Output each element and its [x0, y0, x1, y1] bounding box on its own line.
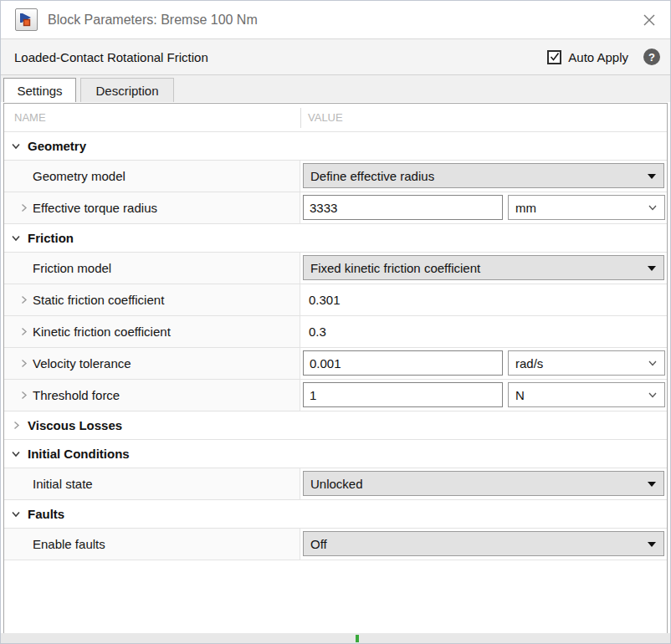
chevron-right-icon[interactable]	[18, 390, 29, 401]
param-value-cell: Unlocked	[300, 468, 667, 499]
chevron-down-icon	[648, 202, 658, 212]
friction-model-dropdown[interactable]: Fixed kinetic friction coefficient	[303, 255, 664, 280]
geometry-model-dropdown[interactable]: Define effective radius	[303, 163, 664, 188]
param-value-cell: Fixed kinetic friction coefficient	[300, 253, 667, 284]
kinetic-friction-coefficient-value[interactable]: 0.3	[300, 316, 667, 347]
param-name-cell: Geometry model	[4, 161, 300, 192]
chevron-right-icon[interactable]	[10, 420, 22, 432]
param-value-cell: 0.3	[300, 316, 667, 347]
unit-value: mm	[515, 201, 536, 215]
block-parameters-dialog: Block Parameters: Bremse 100 Nm Loaded-C…	[0, 0, 671, 644]
param-name-cell: Initial state	[4, 468, 300, 499]
chevron-down-icon[interactable]	[10, 448, 22, 460]
param-label: Effective torque radius	[33, 201, 157, 215]
title-bar: Block Parameters: Bremse 100 Nm	[1, 1, 670, 39]
param-value-cell: Define effective radius	[300, 161, 667, 192]
auto-apply-label: Auto Apply	[568, 50, 628, 64]
chevron-right-icon[interactable]	[18, 358, 29, 370]
column-header-value: VALUE	[300, 108, 343, 128]
chevron-right-icon[interactable]	[18, 202, 29, 214]
enable-faults-dropdown[interactable]: Off	[303, 531, 664, 556]
tab-description[interactable]: Description	[80, 78, 174, 102]
block-type-bar: Loaded-Contact Rotational Friction Auto …	[1, 39, 670, 75]
chevron-down-icon[interactable]	[10, 509, 22, 520]
dropdown-arrow-icon	[648, 266, 656, 271]
dropdown-value: Fixed kinetic friction coefficient	[310, 261, 480, 275]
auto-apply-control[interactable]: Auto Apply	[547, 50, 628, 64]
threshold-force-unit-dropdown[interactable]: N	[508, 382, 665, 407]
column-header-name: NAME	[4, 111, 300, 124]
auto-apply-checkbox[interactable]	[547, 50, 561, 64]
effective-torque-radius-unit-dropdown[interactable]: mm	[508, 195, 665, 220]
close-icon[interactable]	[640, 11, 658, 29]
section-title: Geometry	[28, 139, 86, 153]
param-value-cell: mm	[300, 192, 667, 223]
window-title: Block Parameters: Bremse 100 Nm	[48, 13, 640, 28]
table-row: Initial state Unlocked	[4, 468, 667, 499]
section-title: Initial Conditions	[28, 447, 130, 461]
param-name-cell: Effective torque radius	[4, 192, 300, 223]
param-label: Initial state	[33, 477, 93, 491]
param-name-cell: Velocity tolerance	[4, 348, 300, 379]
unit-value: rad/s	[515, 356, 543, 371]
static-friction-coefficient-value[interactable]: 0.301	[300, 284, 667, 315]
velocity-tolerance-unit-dropdown[interactable]: rad/s	[508, 350, 665, 376]
table-row: Geometry model Define effective radius	[4, 160, 667, 192]
effective-torque-radius-input[interactable]	[303, 195, 503, 220]
tab-bar: Settings Description	[1, 75, 670, 102]
table-row: Enable faults Off	[4, 528, 667, 560]
dropdown-arrow-icon	[648, 542, 656, 547]
table-row: Threshold force N	[4, 379, 667, 411]
section-title: Viscous Losses	[28, 418, 122, 432]
section-header-initial-conditions[interactable]: Initial Conditions	[4, 439, 667, 468]
chevron-down-icon[interactable]	[10, 141, 22, 152]
param-name-cell: Enable faults	[4, 529, 300, 560]
param-name-cell: Threshold force	[4, 380, 300, 411]
param-label: Threshold force	[33, 388, 120, 402]
initial-state-dropdown[interactable]: Unlocked	[303, 471, 664, 496]
param-label: Velocity tolerance	[33, 356, 131, 371]
chevron-down-icon	[648, 390, 658, 400]
velocity-tolerance-input[interactable]	[303, 350, 503, 376]
dropdown-value: Define effective radius	[310, 169, 434, 183]
param-label: Friction model	[33, 261, 111, 275]
section-header-geometry[interactable]: Geometry	[4, 131, 667, 160]
chevron-right-icon[interactable]	[18, 326, 29, 338]
param-value-cell: rad/s	[300, 348, 667, 379]
help-icon[interactable]: ?	[643, 49, 660, 65]
parameter-table: NAME VALUE Geometry Geometry model Defin…	[3, 103, 668, 634]
threshold-force-input[interactable]	[303, 382, 503, 407]
unit-value: N	[515, 388, 525, 402]
section-header-faults[interactable]: Faults	[4, 499, 667, 528]
param-value-cell: Off	[300, 529, 667, 560]
green-tick-mark	[356, 635, 359, 642]
table-header-row: NAME VALUE	[4, 104, 667, 131]
block-type-title: Loaded-Contact Rotational Friction	[14, 50, 547, 64]
dropdown-arrow-icon	[648, 174, 656, 179]
param-label: Kinetic friction coefficient	[33, 325, 171, 339]
table-row: Velocity tolerance rad/s	[4, 347, 667, 379]
tab-settings[interactable]: Settings	[3, 78, 76, 102]
param-label: Geometry model	[33, 169, 125, 183]
section-title: Faults	[28, 507, 64, 521]
param-name-cell: Kinetic friction coefficient	[4, 316, 300, 347]
block-icon-button[interactable]	[15, 8, 38, 31]
simulink-block-icon	[18, 11, 35, 28]
dropdown-arrow-icon	[648, 482, 656, 487]
table-row: Friction model Fixed kinetic friction co…	[4, 252, 667, 284]
table-empty-area	[4, 560, 667, 633]
dropdown-value: Unlocked	[310, 477, 363, 491]
chevron-right-icon[interactable]	[18, 294, 29, 306]
section-title: Friction	[28, 231, 74, 245]
param-name-cell: Static friction coefficient	[4, 284, 300, 315]
table-row: Static friction coefficient 0.301	[4, 284, 667, 315]
chevron-down-icon[interactable]	[10, 233, 22, 244]
table-row: Effective torque radius mm	[4, 192, 667, 223]
param-name-cell: Friction model	[4, 253, 300, 284]
table-row: Kinetic friction coefficient 0.3	[4, 315, 667, 347]
section-header-friction[interactable]: Friction	[4, 223, 667, 252]
bottom-background-strip	[1, 633, 670, 643]
section-header-viscous-losses[interactable]: Viscous Losses	[4, 411, 667, 439]
param-value-cell: N	[300, 380, 667, 411]
dropdown-value: Off	[310, 537, 327, 551]
